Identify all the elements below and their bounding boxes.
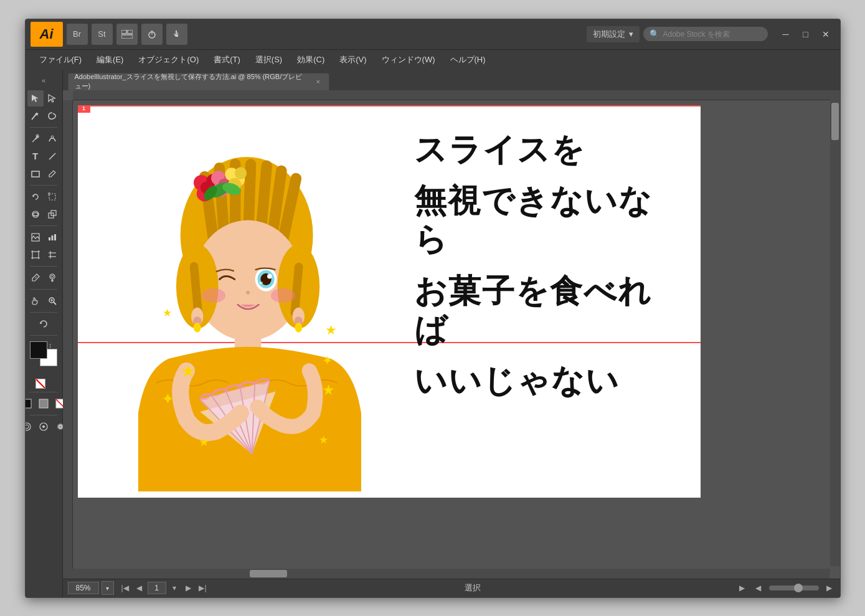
menu-view[interactable]: 表示(V) <box>333 52 372 68</box>
menu-effect[interactable]: 効果(C) <box>291 52 331 68</box>
scrollbar-thumb-v[interactable] <box>831 103 839 140</box>
canvas-scroll[interactable]: 1 2 <box>63 90 840 579</box>
screen-mode-btn2[interactable] <box>35 419 52 435</box>
svg-point-71 <box>234 167 246 179</box>
swap-colors-button[interactable]: ↕ <box>49 341 57 350</box>
vertical-ruler <box>63 100 73 569</box>
perspective-tool[interactable] <box>27 206 44 222</box>
svg-point-92 <box>270 288 295 302</box>
toolbar-collapse[interactable]: « <box>26 74 62 87</box>
direct-select-tool[interactable] <box>44 90 60 107</box>
search-input[interactable] <box>663 30 750 39</box>
minimize-button[interactable]: ─ <box>777 27 795 42</box>
live-paint-tool[interactable] <box>44 270 60 286</box>
slice-marker-1: 1 <box>78 105 90 113</box>
eyedropper-tool[interactable] <box>27 270 44 286</box>
nav-left-button[interactable]: ◀ <box>753 582 764 594</box>
svg-text:★: ★ <box>322 382 335 398</box>
touch-button[interactable] <box>166 24 187 45</box>
artboard-wrapper: 1 2 <box>78 105 828 566</box>
magic-wand-tool[interactable] <box>27 108 44 124</box>
menu-file[interactable]: ファイル(F) <box>33 52 88 68</box>
pen-tool[interactable] <box>27 131 44 147</box>
svg-rect-2 <box>121 35 133 39</box>
rectangle-tool[interactable] <box>27 166 44 182</box>
svg-rect-9 <box>32 171 39 177</box>
menu-type[interactable]: 書式(T) <box>207 52 247 68</box>
none-color-btn[interactable] <box>35 372 52 389</box>
close-button[interactable]: ✕ <box>816 27 835 42</box>
select-tool[interactable] <box>27 90 44 107</box>
close-tab-button[interactable]: × <box>314 77 322 86</box>
svg-rect-0 <box>121 30 126 34</box>
color-mode-stroke[interactable] <box>35 396 52 412</box>
last-page-button[interactable]: ▶| <box>197 582 209 594</box>
svg-point-44 <box>26 423 31 430</box>
br-button[interactable]: Br <box>67 24 88 45</box>
power-button[interactable] <box>141 24 163 45</box>
zoom-dropdown[interactable]: ▾ <box>102 581 114 595</box>
st-button[interactable]: St <box>92 24 113 45</box>
jp-text-line-1: スライスを <box>414 130 682 169</box>
type-tool[interactable]: T <box>27 148 44 164</box>
zoom-area: 85% ▾ <box>68 581 114 595</box>
maximize-button[interactable]: □ <box>796 27 815 42</box>
eraser-tool[interactable] <box>44 166 60 182</box>
line-tool[interactable] <box>44 148 60 164</box>
svg-line-37 <box>54 302 56 305</box>
nav-right-button[interactable]: ▶ <box>824 582 835 594</box>
chart-tool[interactable] <box>44 229 60 245</box>
left-toolbar: « <box>26 70 63 597</box>
svg-text:★: ★ <box>180 361 195 381</box>
slice-tool[interactable] <box>44 247 60 263</box>
horizontal-scrollbar[interactable] <box>63 569 830 579</box>
tab-bar: AdobeIllustrator_スライスを無視して保存する方法.ai @ 85… <box>63 70 840 90</box>
stroke-color-swatch[interactable] <box>30 341 47 359</box>
workspace-layout-button[interactable] <box>116 24 138 45</box>
zoom-slider[interactable] <box>769 585 819 590</box>
svg-point-45 <box>26 425 29 429</box>
next-page-button[interactable]: ▶ <box>182 582 195 594</box>
image-trace-tool[interactable] <box>27 229 44 245</box>
color-swatches[interactable]: ↕ <box>30 341 57 366</box>
document-tab[interactable]: AdobeIllustrator_スライスを無視して保存する方法.ai @ 85… <box>68 73 329 90</box>
svg-rect-17 <box>51 235 53 240</box>
free-transform-tool[interactable] <box>44 189 60 205</box>
svg-rect-18 <box>54 234 56 240</box>
window-controls: ─ □ ✕ <box>777 27 835 42</box>
color-mode-fill[interactable] <box>26 396 35 412</box>
svg-point-90 <box>259 282 263 284</box>
menu-edit[interactable]: 編集(E) <box>90 52 130 68</box>
artboard-tool[interactable] <box>27 247 44 263</box>
rotate-tool[interactable] <box>27 189 44 205</box>
artboard: 1 2 <box>78 105 701 498</box>
svg-rect-41 <box>39 399 48 408</box>
menu-object[interactable]: オブジェクト(O) <box>132 52 205 68</box>
curvature-tool[interactable] <box>44 131 60 147</box>
page-dropdown[interactable]: ▾ <box>168 582 181 594</box>
svg-text:★: ★ <box>198 435 209 448</box>
undo-extra-btn[interactable] <box>35 316 52 332</box>
screen-mode-btn1[interactable] <box>26 419 35 435</box>
vertical-scrollbar[interactable] <box>830 90 840 566</box>
menu-help[interactable]: ヘルプ(H) <box>444 52 492 68</box>
hand-tool[interactable] <box>27 293 44 309</box>
zoom-tool[interactable] <box>44 293 60 309</box>
page-input[interactable]: 1 <box>148 582 166 594</box>
menu-window[interactable]: ウィンドウ(W) <box>376 52 442 68</box>
status-label: 選択 <box>214 582 732 594</box>
menu-select[interactable]: 選択(S) <box>249 52 288 68</box>
first-page-button[interactable]: |◀ <box>119 582 131 594</box>
play-button[interactable]: ▶ <box>737 582 748 594</box>
search-box[interactable]: 🔍 <box>643 27 768 41</box>
prev-page-button[interactable]: ◀ <box>133 582 146 594</box>
svg-point-85 <box>295 323 302 332</box>
menu-bar: ファイル(F) 編集(E) オブジェクト(O) 書式(T) 選択(S) 効果(C… <box>26 49 840 70</box>
shape-builder-tool[interactable] <box>44 206 60 222</box>
svg-text:★: ★ <box>319 433 328 445</box>
zoom-slider-thumb[interactable] <box>794 584 803 592</box>
zoom-input[interactable]: 85% <box>68 582 99 594</box>
workspace-dropdown[interactable]: 初期設定 ▾ <box>587 26 640 42</box>
lasso-tool[interactable] <box>44 108 60 124</box>
scrollbar-thumb-h[interactable] <box>250 570 287 577</box>
